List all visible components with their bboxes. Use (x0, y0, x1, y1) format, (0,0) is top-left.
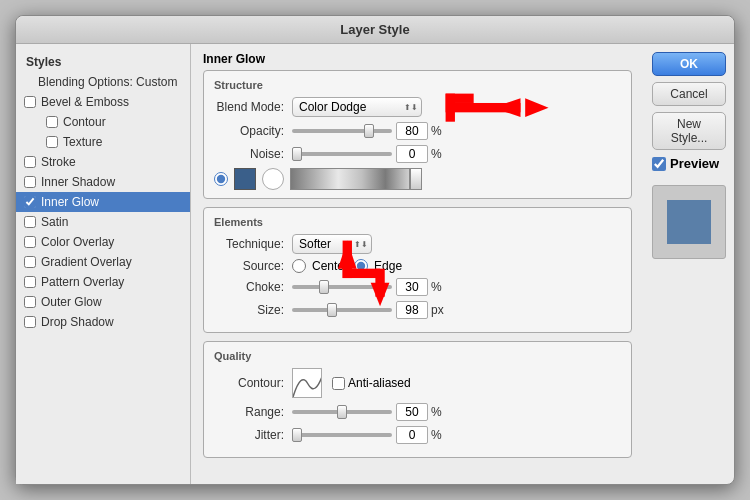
choke-slider[interactable] (292, 285, 392, 289)
texture-label: Texture (63, 135, 102, 149)
size-value[interactable] (396, 301, 428, 319)
main-panel: Inner Glow Structure Blend Mode: Color D… (191, 44, 644, 484)
contour-checkbox[interactable] (46, 116, 58, 128)
inner-shadow-checkbox[interactable] (24, 176, 36, 188)
noise-label: Noise: (214, 147, 284, 161)
jitter-row: Jitter: % (214, 426, 621, 444)
pattern-overlay-checkbox[interactable] (24, 276, 36, 288)
preview-label: Preview (670, 156, 719, 171)
sidebar-item-satin[interactable]: Satin (16, 212, 190, 232)
sidebar-item-bevel[interactable]: Bevel & Emboss (16, 92, 190, 112)
anti-alias-checkbox[interactable] (332, 377, 345, 390)
structure-section: Structure Blend Mode: Color Dodge Opacit… (203, 70, 632, 199)
new-style-button[interactable]: New Style... (652, 112, 726, 150)
quality-section: Quality Contour: Anti-aliased (203, 341, 632, 458)
color-swatch[interactable] (234, 168, 256, 190)
noise-slider[interactable] (292, 152, 392, 156)
technique-label: Technique: (214, 237, 284, 251)
sidebar-item-texture[interactable]: Texture (16, 132, 190, 152)
styles-sidebar: Styles Blending Options: Custom Bevel & … (16, 44, 191, 484)
opacity-slider[interactable] (292, 129, 392, 133)
sidebar-item-inner-shadow[interactable]: Inner Shadow (16, 172, 190, 192)
source-row: Source: Center Edge (214, 259, 621, 273)
gradient-overlay-label: Gradient Overlay (41, 255, 132, 269)
blend-mode-dropdown[interactable]: Color Dodge (292, 97, 422, 117)
size-slider-container: px (292, 301, 621, 319)
source-edge-radio[interactable] (354, 259, 368, 273)
sidebar-item-contour[interactable]: Contour (16, 112, 190, 132)
blend-mode-dropdown-wrapper: Color Dodge (292, 97, 422, 117)
noise-unit: % (431, 147, 442, 161)
contour-thumbnail[interactable] (292, 368, 322, 398)
color-overlay-checkbox[interactable] (24, 236, 36, 248)
blend-mode-row: Blend Mode: Color Dodge (214, 97, 621, 117)
elements-title: Elements (214, 216, 621, 228)
jitter-unit: % (431, 428, 442, 442)
pattern-overlay-label: Pattern Overlay (41, 275, 124, 289)
sidebar-item-inner-glow[interactable]: Inner Glow (16, 192, 190, 212)
choke-label: Choke: (214, 280, 284, 294)
circle-swatch[interactable] (262, 168, 284, 190)
opacity-unit: % (431, 124, 442, 138)
color-radio[interactable] (214, 172, 228, 186)
gradient-overlay-checkbox[interactable] (24, 256, 36, 268)
sidebar-item-stroke[interactable]: Stroke (16, 152, 190, 172)
ok-button[interactable]: OK (652, 52, 726, 76)
bevel-label: Bevel & Emboss (41, 95, 129, 109)
jitter-slider[interactable] (292, 433, 392, 437)
color-gradient-row (214, 168, 621, 190)
satin-checkbox[interactable] (24, 216, 36, 228)
outer-glow-checkbox[interactable] (24, 296, 36, 308)
color-overlay-label: Color Overlay (41, 235, 114, 249)
choke-slider-container: % (292, 278, 621, 296)
sidebar-item-pattern-overlay[interactable]: Pattern Overlay (16, 272, 190, 292)
bevel-checkbox[interactable] (24, 96, 36, 108)
drop-shadow-checkbox[interactable] (24, 316, 36, 328)
preview-square (667, 200, 711, 244)
noise-slider-container: % (292, 145, 621, 163)
source-options: Center Edge (292, 259, 402, 273)
sidebar-item-gradient-overlay[interactable]: Gradient Overlay (16, 252, 190, 272)
blending-label: Blending Options: Custom (38, 75, 177, 89)
opacity-value[interactable] (396, 122, 428, 140)
opacity-row: Opacity: % (214, 122, 621, 140)
choke-unit: % (431, 280, 442, 294)
range-slider[interactable] (292, 410, 392, 414)
size-label: Size: (214, 303, 284, 317)
range-unit: % (431, 405, 442, 419)
technique-row: Technique: Softer Precise (214, 234, 621, 254)
section-inner-glow: Inner Glow (203, 52, 632, 66)
sidebar-title: Styles (16, 52, 190, 72)
technique-dropdown-wrapper: Softer Precise (292, 234, 372, 254)
gradient-arrow[interactable] (410, 168, 422, 190)
size-row: Size: px (214, 301, 621, 319)
size-unit: px (431, 303, 444, 317)
sidebar-item-color-overlay[interactable]: Color Overlay (16, 232, 190, 252)
source-label: Source: (214, 259, 284, 273)
preview-area (652, 185, 726, 259)
contour-row: Contour: Anti-aliased (214, 368, 621, 398)
sidebar-item-blending[interactable]: Blending Options: Custom (16, 72, 190, 92)
size-slider[interactable] (292, 308, 392, 312)
satin-label: Satin (41, 215, 68, 229)
stroke-checkbox[interactable] (24, 156, 36, 168)
range-row: Range: % (214, 403, 621, 421)
preview-checkbox[interactable] (652, 157, 666, 171)
gradient-swatch[interactable] (290, 168, 410, 190)
inner-glow-checkbox[interactable] (24, 196, 36, 208)
range-slider-container: % (292, 403, 621, 421)
range-label: Range: (214, 405, 284, 419)
inner-glow-label: Inner Glow (41, 195, 99, 209)
range-value[interactable] (396, 403, 428, 421)
source-center-radio[interactable] (292, 259, 306, 273)
choke-value[interactable] (396, 278, 428, 296)
texture-checkbox[interactable] (46, 136, 58, 148)
source-edge-label: Edge (374, 259, 402, 273)
technique-dropdown[interactable]: Softer Precise (292, 234, 372, 254)
jitter-slider-container: % (292, 426, 621, 444)
sidebar-item-outer-glow[interactable]: Outer Glow (16, 292, 190, 312)
noise-value[interactable] (396, 145, 428, 163)
sidebar-item-drop-shadow[interactable]: Drop Shadow (16, 312, 190, 332)
jitter-value[interactable] (396, 426, 428, 444)
cancel-button[interactable]: Cancel (652, 82, 726, 106)
